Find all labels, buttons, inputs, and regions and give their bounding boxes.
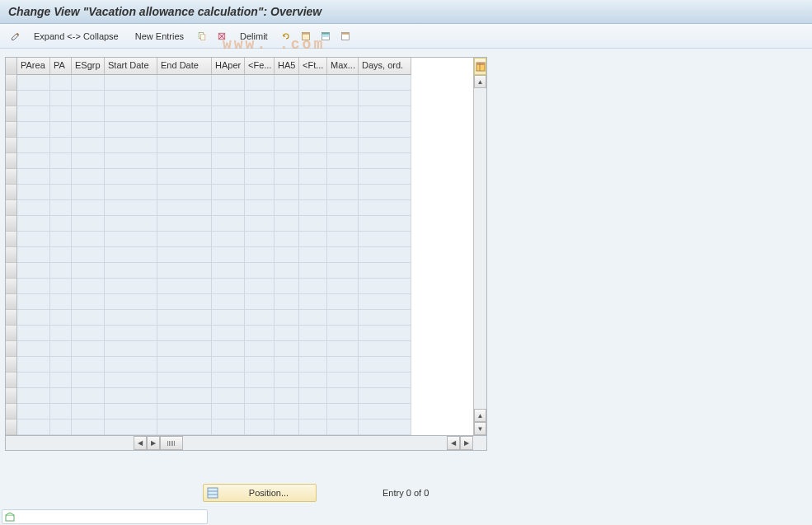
table-cell[interactable]: [105, 153, 157, 169]
table-cell[interactable]: [245, 357, 275, 373]
table-cell[interactable]: [327, 138, 359, 153]
table-cell[interactable]: [212, 404, 245, 420]
table-cell[interactable]: [245, 294, 275, 310]
table-cell[interactable]: [17, 153, 50, 169]
row-selector[interactable]: [6, 75, 17, 91]
row-selector[interactable]: [6, 263, 17, 279]
scroll-right-button[interactable]: ▶: [147, 436, 160, 450]
table-cell[interactable]: [157, 122, 212, 138]
row-selector[interactable]: [6, 106, 17, 122]
table-row[interactable]: [17, 310, 473, 326]
table-cell[interactable]: [105, 75, 157, 91]
table-cell[interactable]: [212, 326, 245, 341]
table-cell[interactable]: [327, 357, 359, 373]
column-header[interactable]: End Date: [157, 58, 212, 75]
table-cell[interactable]: [50, 216, 72, 232]
table-cell[interactable]: [327, 420, 359, 435]
table-cell[interactable]: [72, 91, 105, 106]
table-cell[interactable]: [72, 122, 105, 138]
table-cell[interactable]: [275, 185, 299, 200]
table-row[interactable]: [17, 404, 473, 420]
table-cell[interactable]: [359, 200, 411, 216]
table-cell[interactable]: [212, 279, 245, 294]
row-selector[interactable]: [6, 388, 17, 404]
table-cell[interactable]: [72, 373, 105, 388]
table-cell[interactable]: [17, 310, 50, 326]
table-cell[interactable]: [105, 185, 157, 200]
table-cell[interactable]: [157, 106, 212, 122]
table-cell[interactable]: [299, 75, 327, 91]
column-header[interactable]: PA: [50, 58, 72, 75]
table-cell[interactable]: [327, 122, 359, 138]
table-cell[interactable]: [299, 373, 327, 388]
table-cell[interactable]: [359, 153, 411, 169]
table-cell[interactable]: [299, 185, 327, 200]
table-cell[interactable]: [359, 216, 411, 232]
table-cell[interactable]: [157, 75, 212, 91]
table-cell[interactable]: [327, 247, 359, 263]
table-cell[interactable]: [327, 153, 359, 169]
table-cell[interactable]: [245, 420, 275, 435]
row-selector[interactable]: [6, 310, 17, 326]
table-cell[interactable]: [359, 326, 411, 341]
table-cell[interactable]: [105, 169, 157, 185]
table-cell[interactable]: [17, 326, 50, 341]
table-cell[interactable]: [50, 279, 72, 294]
table-cell[interactable]: [50, 388, 72, 404]
table-cell[interactable]: [105, 420, 157, 435]
table-cell[interactable]: [245, 138, 275, 153]
table-cell[interactable]: [157, 326, 212, 341]
table-cell[interactable]: [327, 75, 359, 91]
table-cell[interactable]: [245, 216, 275, 232]
table-cell[interactable]: [212, 263, 245, 279]
select-all-rows[interactable]: [6, 58, 17, 75]
table-row[interactable]: [17, 138, 473, 153]
table-cell[interactable]: [275, 420, 299, 435]
table-cell[interactable]: [212, 373, 245, 388]
table-row[interactable]: [17, 341, 473, 357]
table-row[interactable]: [17, 75, 473, 91]
table-cell[interactable]: [50, 122, 72, 138]
table-cell[interactable]: [299, 341, 327, 357]
table-cell[interactable]: [17, 420, 50, 435]
table-cell[interactable]: [50, 169, 72, 185]
table-cell[interactable]: [245, 388, 275, 404]
table-cell[interactable]: [157, 341, 212, 357]
table-cell[interactable]: [327, 106, 359, 122]
table-cell[interactable]: [105, 294, 157, 310]
table-cell[interactable]: [17, 138, 50, 153]
table-cell[interactable]: [359, 373, 411, 388]
table-cell[interactable]: [245, 153, 275, 169]
table-cell[interactable]: [17, 232, 50, 247]
table-cell[interactable]: [157, 185, 212, 200]
table-cell[interactable]: [17, 106, 50, 122]
table-cell[interactable]: [157, 388, 212, 404]
table-cell[interactable]: [157, 216, 212, 232]
table-cell[interactable]: [275, 357, 299, 373]
table-cell[interactable]: [212, 200, 245, 216]
table-cell[interactable]: [157, 263, 212, 279]
table-cell[interactable]: [17, 75, 50, 91]
table-cell[interactable]: [17, 169, 50, 185]
table-cell[interactable]: [17, 185, 50, 200]
table-row[interactable]: [17, 200, 473, 216]
row-selector[interactable]: [6, 404, 17, 420]
table-cell[interactable]: [299, 153, 327, 169]
table-cell[interactable]: [299, 169, 327, 185]
row-selector[interactable]: [6, 122, 17, 138]
new-entries-button[interactable]: New Entries: [128, 28, 191, 45]
table-cell[interactable]: [17, 341, 50, 357]
table-cell[interactable]: [105, 91, 157, 106]
table-cell[interactable]: [72, 388, 105, 404]
table-cell[interactable]: [327, 232, 359, 247]
table-cell[interactable]: [275, 200, 299, 216]
table-cell[interactable]: [17, 294, 50, 310]
table-cell[interactable]: [245, 326, 275, 341]
row-selector[interactable]: [6, 138, 17, 153]
table-cell[interactable]: [105, 200, 157, 216]
table-cell[interactable]: [299, 404, 327, 420]
table-cell[interactable]: [327, 216, 359, 232]
table-cell[interactable]: [17, 373, 50, 388]
table-cell[interactable]: [212, 138, 245, 153]
table-cell[interactable]: [299, 91, 327, 106]
